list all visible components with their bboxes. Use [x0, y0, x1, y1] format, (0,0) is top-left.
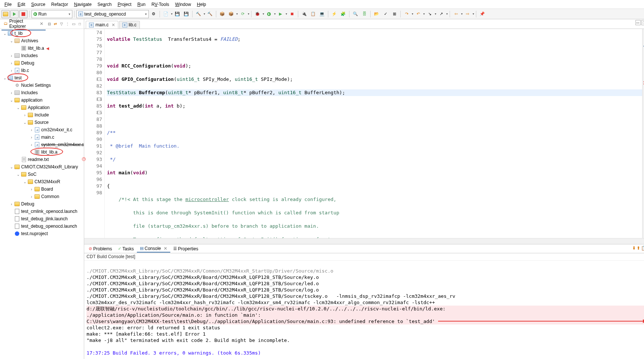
config-settings[interactable]: ⚙: [150, 10, 158, 18]
tree-Application[interactable]: ⌄Application: [1, 104, 84, 111]
tb-a[interactable]: 🔌: [300, 10, 308, 18]
code-area[interactable]: volatile TestStatus TransferStatus4 = FA…: [105, 29, 642, 238]
tree-sysc[interactable]: ›system_cm32m4xxr.c: [1, 141, 84, 148]
tree-libt[interactable]: libt_lib.a◂: [1, 45, 84, 52]
tree-libc[interactable]: ›lib.c: [1, 67, 84, 74]
console-up[interactable]: ⬇: [632, 246, 636, 251]
filter-button[interactable]: ▽: [59, 21, 64, 27]
tree-nuclei[interactable]: ⚙Nuclei Settings: [1, 82, 84, 89]
saveall-button[interactable]: 💾: [182, 10, 190, 18]
pkg2-button[interactable]: 📦: [227, 10, 235, 18]
debug-button[interactable]: 🐞: [253, 10, 262, 18]
tree-readme[interactable]: readme.txt: [1, 156, 84, 163]
menu-help[interactable]: Help: [194, 1, 209, 8]
min-button[interactable]: ▭: [71, 21, 76, 27]
menu-edit[interactable]: Edit: [14, 1, 28, 8]
tree-project-tlib[interactable]: ⌄t_lib: [1, 30, 84, 37]
explorer-tab[interactable]: 🗂 Project Explorer ✕: [1, 18, 46, 30]
menu-window[interactable]: Window: [172, 1, 194, 8]
tree-cmit[interactable]: ›cm32m4xxr_it.c: [1, 126, 84, 134]
run2-button[interactable]: [265, 10, 273, 18]
tree-launch2[interactable]: test_debug_jlink.launch: [1, 215, 84, 223]
menu-source[interactable]: Source: [28, 1, 48, 8]
menu-rvtools[interactable]: RV-Tools: [148, 1, 172, 8]
tree-archives[interactable]: ⌄Archives: [1, 37, 84, 45]
tree-common[interactable]: ›Common: [1, 193, 84, 200]
tb-i[interactable]: ✓: [381, 10, 390, 18]
console-output[interactable]: ./CMIOT.CM32M4xxR_Library/SoC/CM32M4xxR/…: [84, 261, 644, 359]
tree-includes2[interactable]: ›Includes: [1, 89, 84, 96]
tree-soc[interactable]: ⌄SoC: [1, 171, 84, 178]
save-button[interactable]: 💾: [173, 10, 181, 18]
tab-problems[interactable]: ⊘Problems: [86, 246, 115, 252]
tb-n[interactable]: ↗: [437, 10, 445, 18]
horizontal-scrollbar[interactable]: [84, 238, 644, 244]
console-up2[interactable]: ⬆: [637, 246, 640, 251]
close-icon[interactable]: ✕: [40, 21, 43, 26]
close-icon[interactable]: ✕: [112, 23, 115, 27]
tb-j[interactable]: ⊞: [390, 10, 398, 18]
tb-l[interactable]: ↶: [414, 10, 422, 18]
tree-cmiot[interactable]: ⌄CMIOT.CM32M4xxR_Library: [1, 163, 84, 171]
tree-cm32[interactable]: ⌄CM32M4xxR: [1, 178, 84, 185]
tree-includes[interactable]: ›Includes: [1, 52, 84, 59]
run-mode-combo[interactable]: Run▾: [32, 10, 72, 18]
tab-main-c[interactable]: main.c✕: [86, 21, 118, 29]
tb-e[interactable]: 🧩: [339, 10, 347, 18]
tree-mainc[interactable]: ›main.c: [1, 134, 84, 141]
tab-console[interactable]: ▤Console✕: [137, 245, 170, 253]
tree-libt2[interactable]: libt_lib.a: [1, 148, 84, 156]
tree-debug[interactable]: ›Debug: [1, 59, 84, 67]
build-button[interactable]: 🔨: [194, 10, 203, 18]
menu-project[interactable]: Project: [115, 1, 134, 8]
tree-Include[interactable]: ›Include: [1, 111, 84, 119]
max-button[interactable]: □: [77, 21, 83, 27]
tree-Source[interactable]: ⌄Source: [1, 119, 84, 126]
config-combo[interactable]: test_debug_openocd▾: [76, 10, 149, 18]
error-marker[interactable]: x: [82, 157, 86, 161]
tab-properties[interactable]: ☰Properties: [170, 246, 201, 252]
editor-min[interactable]: ▭: [635, 20, 641, 25]
pin-button[interactable]: 📌: [478, 10, 486, 18]
open-button[interactable]: [1, 10, 10, 18]
tree-board[interactable]: ›Board: [1, 185, 84, 193]
menu-file[interactable]: File: [1, 1, 14, 8]
play-button[interactable]: [10, 10, 19, 18]
tree-launch3[interactable]: test_debug_openocd.launch: [1, 223, 84, 230]
menu-navigate[interactable]: Navigate: [71, 1, 94, 8]
stop-button[interactable]: [19, 10, 27, 18]
tb-f[interactable]: 🔍: [351, 10, 359, 18]
refresh-button[interactable]: ⟳: [239, 10, 247, 18]
link-button[interactable]: ⇄: [53, 21, 58, 27]
tb-g[interactable]: 🗄: [360, 10, 368, 18]
code-editor[interactable]: 74757677787980 81-8283 84-85 86-87888990…: [84, 29, 644, 238]
tree-launch1[interactable]: test_cmlink_openocd.launch: [1, 208, 84, 215]
pkg-button[interactable]: 📦: [218, 10, 226, 18]
tb-c[interactable]: 💻: [318, 10, 326, 18]
editor-max[interactable]: □: [641, 20, 644, 25]
console-pin[interactable]: 📋: [641, 246, 644, 251]
tree-debug2[interactable]: ›Debug: [1, 200, 84, 208]
tb-b[interactable]: 📋: [309, 10, 317, 18]
tb-d[interactable]: ⚡: [330, 10, 338, 18]
vertical-scrollbar[interactable]: ▲ ▼: [642, 29, 644, 238]
tb-m[interactable]: ↘: [426, 10, 434, 18]
new-button[interactable]: 📄: [162, 10, 170, 18]
menu-search[interactable]: Search: [95, 1, 115, 8]
menu-button[interactable]: ⋮: [65, 21, 70, 27]
collapse-button[interactable]: ⊟: [46, 21, 52, 27]
tab-lib-c[interactable]: lib.c: [119, 21, 140, 29]
stop2-button[interactable]: ⏹: [288, 10, 296, 18]
menu-refactor[interactable]: Refactor: [48, 1, 71, 8]
menu-run[interactable]: Run: [134, 1, 148, 8]
project-tree[interactable]: ⌄t_lib ⌄Archives libt_lib.a◂ ›Includes ›…: [0, 29, 84, 359]
tree-application[interactable]: ⌄application: [1, 96, 84, 104]
tree-nuproj[interactable]: test.nuproject: [1, 230, 84, 237]
tb-k[interactable]: ↷: [402, 10, 411, 18]
tab-tasks[interactable]: ✓Tasks: [115, 246, 137, 252]
back-button[interactable]: ⇦: [452, 10, 460, 18]
profile-button[interactable]: ▶: [276, 10, 285, 18]
build-all-button[interactable]: 🔨: [206, 10, 214, 18]
tree-project-test[interactable]: ⌄test: [1, 74, 84, 82]
tb-h[interactable]: 📂: [372, 10, 381, 18]
